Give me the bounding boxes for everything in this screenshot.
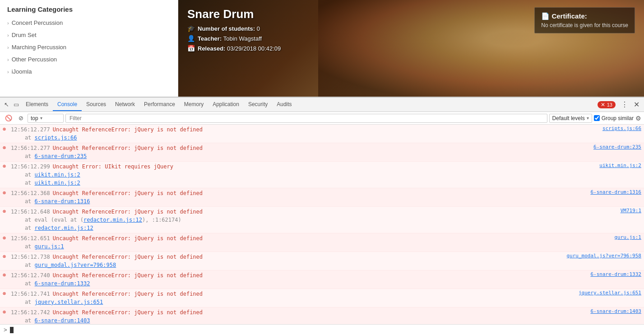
console-message: 12:56:12.277Uncaught ReferenceError: jQu… (11, 126, 599, 142)
console-message: 12:56:12.299Uncaught Error: UIkit requir… (11, 163, 596, 187)
console-levels-select[interactable]: Default levels ▾ (549, 114, 592, 123)
location-link[interactable]: scripts.js:66 (35, 135, 77, 141)
console-message: 12:56:12.741Uncaught ReferenceError: jQu… (11, 290, 575, 306)
devtools-cursor-icon[interactable]: ↖ (2, 101, 11, 108)
console-output: ⊗ 12:56:12.277Uncaught ReferenceError: j… (0, 125, 644, 324)
error-icon: ⊗ (3, 190, 8, 196)
console-cursor (10, 327, 14, 333)
sidebar-chevron-0: › (7, 20, 9, 26)
error-icon: ⊗ (3, 208, 8, 214)
devtools-tab-performance[interactable]: Performance (139, 98, 180, 111)
sidebar-item-label-2: Marching Percussion (12, 44, 66, 51)
console-source-link[interactable]: uikit.min.js:2 (599, 163, 641, 168)
sidebar-title: Learning Categories (0, 4, 178, 17)
console-row: ⊗ 12:56:12.740Uncaught ReferenceError: j… (0, 270, 644, 289)
console-source-link[interactable]: VM719:1 (621, 208, 641, 214)
context-arrow-icon: ▾ (40, 116, 42, 121)
location-link[interactable]: 6-snare-drum:1403 (35, 317, 90, 324)
location-link[interactable]: 6-snare-drum:1332 (35, 280, 90, 287)
course-overlay: Snare Drum 🎓 Number of students: 0 👤 Tea… (178, 0, 644, 97)
devtools-tab-application[interactable]: Application (208, 98, 244, 111)
console-row: ⊗ 12:56:12.368Uncaught ReferenceError: j… (0, 188, 644, 207)
console-source-link[interactable]: guru_modal.js?ver=796:958 (566, 253, 641, 259)
error-icon: ⊗ (3, 163, 8, 169)
location-link[interactable]: redactor.min.js:12 (35, 225, 93, 231)
cert-title-text: Certificate: (551, 12, 587, 20)
console-message: 12:56:12.648Uncaught ReferenceError: jQu… (11, 208, 617, 232)
console-message: 12:56:12.277Uncaught ReferenceError: jQu… (11, 144, 590, 160)
console-row: ⊗ 12:56:12.742Uncaught ReferenceError: j… (0, 307, 644, 324)
console-context-label: top (31, 115, 38, 121)
devtools-panel: ↖ ▭ ElementsConsoleSourcesNetworkPerform… (0, 97, 644, 335)
group-similar-checkbox-label[interactable]: Group similar (594, 115, 634, 121)
console-source-link[interactable]: 6-snare-drum:235 (593, 144, 641, 150)
error-icon: ⊗ (3, 253, 8, 260)
console-message: 12:56:12.740Uncaught ReferenceError: jQu… (11, 271, 587, 288)
sidebar-item-label-1: Drum Set (12, 32, 37, 38)
console-message: 12:56:12.742Uncaught ReferenceError: jQu… (11, 308, 587, 324)
location-link[interactable]: uikit.min.js:2 (35, 172, 80, 178)
console-source-link[interactable]: scripts.js:66 (602, 126, 641, 131)
console-filter-icon[interactable]: ⊘ (16, 115, 26, 121)
teacher-value: Tobin Wagstaff (223, 35, 262, 42)
devtools-mobile-icon[interactable]: ▭ (11, 101, 21, 108)
devtools-tab-security[interactable]: Security (244, 98, 272, 111)
released-value: 03/29/2018 00:42:09 (227, 45, 281, 52)
console-settings-icon[interactable]: ⚙ (635, 115, 641, 122)
console-prompt: > (4, 326, 7, 333)
devtools-tabs-bar: ↖ ▭ ElementsConsoleSourcesNetworkPerform… (0, 98, 644, 112)
sidebar-item-0[interactable]: ›Concert Percussion (0, 17, 178, 29)
devtools-tab-network[interactable]: Network (111, 98, 139, 111)
console-context-select[interactable]: top ▾ (28, 114, 64, 123)
course-header: Snare Drum 🎓 Number of students: 0 👤 Tea… (178, 0, 644, 97)
console-row: ⊗ 12:56:12.651Uncaught ReferenceError: j… (0, 233, 644, 252)
sidebar-chevron-1: › (7, 33, 9, 38)
group-similar-label: Group similar (602, 115, 634, 121)
devtools-more-button[interactable]: ⋮ (618, 100, 631, 109)
students-label: Number of students: (198, 25, 255, 32)
calendar-icon: 📅 (187, 45, 195, 52)
location-link[interactable]: 6-snare-drum:235 (35, 153, 87, 159)
sidebar-item-1[interactable]: ›Drum Set (0, 29, 178, 41)
error-count-badge: ✕ 13 (598, 101, 616, 108)
devtools-tab-sources[interactable]: Sources (82, 98, 111, 111)
console-clear-icon[interactable]: 🚫 (3, 115, 14, 121)
certificate-box: 📄 Certificate: No certificate is given f… (534, 7, 635, 33)
released-row: 📅 Released: 03/29/2018 00:42:09 (187, 45, 635, 52)
error-icon: ⊗ (3, 290, 8, 297)
cert-title: 📄 Certificate: (541, 12, 628, 20)
sidebar-chevron-4: › (7, 69, 9, 74)
console-filter-input[interactable] (65, 114, 547, 123)
console-source-link[interactable]: 6-snare-drum:1332 (590, 271, 641, 277)
sidebar-item-3[interactable]: ›Other Percussion (0, 53, 178, 65)
location-link[interactable]: 6-snare-drum:1316 (35, 198, 90, 205)
console-row: ⊗ 12:56:12.277Uncaught ReferenceError: j… (0, 143, 644, 162)
location-link[interactable]: redactor.min.js:12 (83, 217, 142, 223)
error-badge-close[interactable]: ✕ (601, 102, 605, 108)
students-value: 0 (257, 25, 260, 32)
devtools-tab-memory[interactable]: Memory (180, 98, 208, 111)
console-source-link[interactable]: guru.js:1 (614, 234, 641, 240)
devtools-tab-audits[interactable]: Audits (272, 98, 296, 111)
cert-text: No certificate is given for this course (541, 22, 628, 28)
devtools-tab-console[interactable]: Console (53, 98, 82, 111)
error-icon: ⊗ (3, 126, 8, 132)
sidebar-item-4[interactable]: ›iJoomla (0, 65, 178, 78)
group-similar-checkbox[interactable] (594, 115, 600, 121)
devtools-tab-elements[interactable]: Elements (21, 98, 53, 111)
location-link[interactable]: jquery.stellar.js:651 (35, 299, 103, 305)
console-source-link[interactable]: jquery.stellar.js:651 (579, 290, 641, 296)
sidebar-item-2[interactable]: ›Marching Percussion (0, 41, 178, 53)
location-link[interactable]: guru_modal.js?ver=796:958 (35, 262, 116, 268)
sidebar: Learning Categories ›Concert Percussion›… (0, 0, 178, 97)
console-row: ⊗ 12:56:12.299Uncaught Error: UIkit requ… (0, 162, 644, 188)
error-count: 13 (607, 102, 612, 107)
devtools-close-button[interactable]: ✕ (631, 100, 642, 109)
error-icon: ⊗ (3, 272, 8, 278)
console-source-link[interactable]: 6-snare-drum:1403 (590, 308, 641, 314)
location-link[interactable]: guru.js:1 (35, 243, 64, 250)
sidebar-item-label-4: iJoomla (12, 68, 32, 75)
console-row: ⊗ 12:56:12.741Uncaught ReferenceError: j… (0, 289, 644, 307)
location-link[interactable]: uikit.min.js:2 (35, 180, 80, 186)
console-source-link[interactable]: 6-snare-drum:1316 (590, 189, 641, 195)
